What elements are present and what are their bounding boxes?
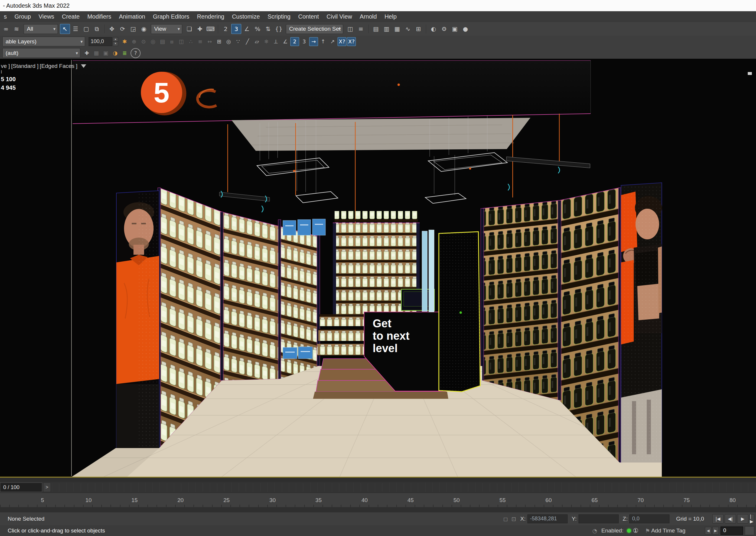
scene-explorer-icon[interactable]: ▤ [371, 24, 381, 34]
add-container-icon[interactable]: ✚ [83, 49, 91, 57]
clone-align-icon[interactable]: ≡ [196, 37, 205, 46]
select-and-place-icon[interactable]: ◉ [139, 24, 149, 34]
adaptive-degradation-icon[interactable]: ◔ [592, 527, 598, 534]
transform-gizmo-icon[interactable]: ◻ [503, 516, 508, 522]
frame-forward-button[interactable]: ▶ [712, 527, 719, 535]
light-toggle-icon[interactable]: ◑ [111, 49, 120, 57]
container-open-icon[interactable]: ▣ [101, 49, 110, 57]
layer-explorer-icon[interactable]: ▥ [382, 24, 392, 34]
list-view-icon[interactable]: ≣ [120, 49, 129, 57]
add-time-tag-label[interactable]: Add Time Tag [651, 527, 685, 534]
select-and-rotate-icon[interactable]: ⟳ [118, 24, 127, 34]
spacing-tool-icon[interactable]: ∴ [186, 37, 195, 46]
array-icon[interactable]: ⧈ [167, 37, 176, 46]
menu-item[interactable]: Rendering [193, 13, 228, 20]
menu-item[interactable]: Modifiers [84, 13, 115, 20]
menu-item[interactable]: Help [381, 13, 400, 20]
preset-dropdown[interactable]: (ault) [2, 48, 80, 58]
window-crossing-icon[interactable]: ⧉ [92, 24, 102, 34]
select-and-manipulate-icon[interactable]: ✚ [195, 24, 205, 34]
axis-y-icon[interactable]: ↑ [319, 37, 327, 46]
spinner-value[interactable]: 100,0 [88, 37, 112, 46]
next-frame-button[interactable]: |▶ [749, 514, 754, 523]
set-current-layer-icon[interactable]: ◎ [149, 37, 157, 46]
add-to-layer-icon[interactable]: ⊕ [130, 37, 139, 46]
go-to-start-button[interactable]: |◀ [712, 514, 724, 523]
menu-item[interactable]: Civil View [323, 13, 356, 20]
render-production-icon[interactable]: ● [461, 24, 470, 34]
y-coordinate-field[interactable] [578, 515, 619, 523]
selected-column[interactable] [439, 232, 480, 392]
use-pivot-center-icon[interactable]: ❏ [184, 24, 194, 34]
frame-back-button[interactable]: ◀ [705, 527, 711, 535]
layers-dropdown[interactable]: able Layers) [2, 37, 85, 46]
play-button[interactable]: ▶ [737, 514, 748, 523]
snap-face-icon[interactable]: ▱ [253, 37, 261, 46]
timeline-ruler[interactable]: 5101520253035404550556065707580 [0, 493, 756, 508]
filter-icon[interactable] [81, 64, 86, 68]
ribbon-icon[interactable]: ▦ [392, 24, 402, 34]
select-by-name-icon[interactable]: ☰ [71, 24, 81, 34]
time-slider-track[interactable] [52, 483, 756, 492]
help-icon[interactable]: ? [130, 48, 141, 58]
create-new-layer-icon[interactable]: ✱ [120, 37, 129, 46]
layer-list-icon[interactable]: ▤ [158, 37, 167, 46]
spinner-up-button[interactable] [113, 37, 118, 42]
select-and-link-icon[interactable]: ∞ [1, 24, 11, 34]
align-icon[interactable]: ≡ [356, 24, 366, 34]
reference-coordinate-dropdown[interactable]: View [151, 24, 182, 34]
schematic-view-icon[interactable]: ⊞ [413, 24, 424, 34]
time-step-button[interactable]: > [43, 483, 51, 492]
select-and-scale-icon[interactable]: ◲ [128, 24, 138, 34]
percent-snap-icon[interactable]: % [253, 24, 262, 34]
material-editor-icon[interactable]: ◐ [429, 24, 438, 34]
menu-item[interactable]: Scripting [264, 13, 294, 20]
snap-pivot-icon[interactable]: ◎ [224, 37, 233, 46]
rendered-frame-icon[interactable]: ▣ [450, 24, 460, 34]
isolate-toggle-icon[interactable]: X? [347, 37, 356, 46]
time-slider-handle[interactable]: 0 / 100 [0, 483, 42, 492]
menu-item[interactable]: Create [58, 13, 84, 20]
menu-item[interactable]: Animation [115, 13, 149, 20]
scene-svg[interactable]: 5 [0, 59, 756, 477]
snapshot-icon[interactable]: ◫ [177, 37, 186, 46]
measure-icon[interactable]: ↔ [205, 37, 214, 46]
current-frame-field[interactable]: 0 [721, 526, 743, 535]
previous-frame-button[interactable]: ◀| [725, 514, 736, 523]
menu-item[interactable]: s [0, 13, 11, 20]
x-coordinate-field[interactable]: -58348,281 [528, 515, 567, 523]
snap-grid-icon[interactable]: ⊞ [215, 37, 223, 46]
snap-2d-icon[interactable]: 2 [221, 24, 231, 34]
selection-region-icon[interactable]: ▢ [81, 24, 91, 34]
menu-item[interactable]: Customize [228, 13, 263, 20]
viewport-standard-label[interactable]: [Standard ] [11, 63, 39, 69]
menu-item[interactable]: Group [11, 13, 35, 20]
named-selection-sets-dropdown[interactable]: Create Selection Set [286, 24, 343, 34]
menu-item[interactable]: Arnold [356, 13, 381, 20]
container-closed-icon[interactable]: ▦ [92, 49, 101, 57]
snap-edge-icon[interactable]: ╱ [243, 37, 252, 46]
selection-lock-icon[interactable]: ⊡ [511, 516, 516, 522]
perspective-viewport[interactable]: 5 [0, 59, 756, 478]
ortho-snap-icon[interactable]: ⊥ [271, 37, 280, 46]
spinner-down-button[interactable] [113, 42, 118, 46]
menu-item[interactable]: Views [35, 13, 58, 20]
time-tag-icon[interactable]: ⚑ [645, 527, 650, 534]
bind-to-space-warp-icon[interactable]: ≋ [12, 24, 21, 34]
snap-25d-icon[interactable]: 2 [290, 37, 299, 46]
edit-named-sets-icon[interactable]: {} [274, 24, 284, 34]
select-object-icon[interactable]: ↖ [60, 24, 70, 34]
selection-filter-dropdown[interactable]: All [24, 24, 58, 34]
xview-icon[interactable]: X? [337, 37, 346, 46]
spinner-snap-icon[interactable]: ⇅ [263, 24, 273, 34]
snaps-toggle-icon[interactable]: 3 [231, 24, 241, 34]
axis-x-icon[interactable]: → [309, 37, 318, 46]
keyboard-override-icon[interactable]: ⌨ [206, 24, 216, 34]
value-spinner[interactable]: 100,0 [88, 37, 118, 46]
snap-vertex-icon[interactable]: ∵ [234, 37, 242, 46]
menu-item[interactable]: Content [294, 13, 323, 20]
select-in-layer-icon[interactable]: ⊙ [139, 37, 148, 46]
render-setup-icon[interactable]: ⚙ [439, 24, 449, 34]
viewport-edged-faces-label[interactable]: [Edged Faces ] [40, 63, 78, 69]
select-and-move-icon[interactable]: ✥ [107, 24, 117, 34]
